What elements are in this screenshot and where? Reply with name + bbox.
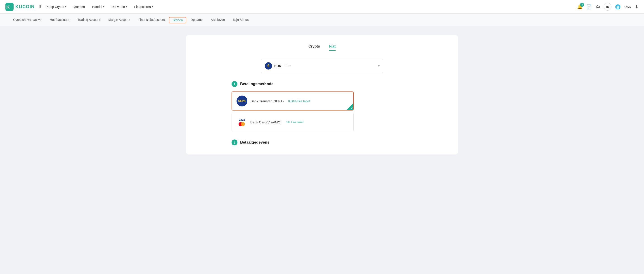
card-fee: 3% Fee tarief: [286, 120, 303, 124]
sub-navigation: Overzicht van activa Hoofdaccount Tradin…: [0, 14, 644, 26]
financieren-chevron: ▾: [152, 6, 153, 8]
currency-code: EUR: [274, 64, 282, 68]
payment-option-sepa[interactable]: SEPA Bank Transfer (SEPA) 0.00% Fee tari…: [232, 91, 354, 110]
subnav-margin-account[interactable]: Margin Account: [104, 14, 134, 26]
download-icon[interactable]: ⬇: [635, 4, 638, 10]
nav-markten[interactable]: Markten: [70, 0, 89, 14]
user-avatar[interactable]: IN: [604, 3, 612, 11]
main-content: Crypto Fiat € EUR Euro ▾ 1 Betalingsmeth…: [0, 26, 644, 164]
mc-orange-circle: [241, 122, 245, 126]
step1-badge: 1: [232, 81, 238, 87]
derivaten-chevron: ▾: [126, 6, 127, 8]
section1-title-row: 1 Betalingsmethode: [195, 81, 449, 87]
logo-text: KUCOIN: [16, 4, 34, 9]
handel-chevron: ▾: [103, 6, 104, 8]
nav-handel[interactable]: Handel ▾: [88, 0, 108, 14]
subnav-mijn-bonus[interactable]: Mijn Bonus: [229, 14, 252, 26]
visa-mc-logo: VISA: [236, 117, 247, 127]
subnav-storten[interactable]: Storten: [169, 17, 186, 23]
subnav-hoofdaccount[interactable]: Hoofdaccount: [46, 14, 73, 26]
selected-checkmark: [346, 103, 353, 110]
currency-name: Euro: [285, 64, 292, 68]
nav-koop-crypto[interactable]: Koop Crypto ▾: [43, 0, 70, 14]
card-label: Bank Card(Visa/MC): [250, 120, 281, 124]
section1-title: Betalingsmethode: [240, 82, 274, 86]
subnav-opname[interactable]: Opname: [186, 14, 207, 26]
tab-row: Crypto Fiat: [195, 44, 449, 51]
notification-badge: 2: [580, 3, 584, 7]
sepa-fee: 0.00% Fee tarief: [288, 99, 310, 103]
koop-crypto-chevron: ▾: [65, 6, 66, 8]
select-chevron-icon: ▾: [378, 64, 380, 68]
nav-financieren[interactable]: Financieren ▾: [131, 0, 156, 14]
notifications-bell[interactable]: 🔔 2: [577, 4, 583, 10]
currency-label[interactable]: USD: [624, 5, 631, 9]
grid-icon[interactable]: ⠿: [38, 4, 41, 9]
subnav-overzicht[interactable]: Overzicht van activa: [9, 14, 46, 26]
subnav-trading-account[interactable]: Trading Account: [73, 14, 104, 26]
step2-badge: 2: [232, 140, 238, 145]
currency-select-wrapper: € EUR Euro ▾: [195, 59, 449, 73]
sepa-label: Bank Transfer (SEPA): [250, 99, 284, 103]
mastercard-circles: [238, 122, 245, 126]
subnav-archieven[interactable]: Archieven: [207, 14, 229, 26]
logo[interactable]: K KUCOIN: [6, 3, 34, 11]
section2-title-row: 2 Betaalgegevens: [195, 140, 449, 145]
subnav-financiele-account[interactable]: Financiële Account: [134, 14, 169, 26]
tab-crypto[interactable]: Crypto: [308, 44, 320, 51]
section2-title: Betaalgegevens: [240, 140, 269, 145]
globe-icon[interactable]: 🌐: [615, 4, 621, 10]
payment-option-card[interactable]: VISA Bank Card(Visa/MC) 3% Fee tarief: [232, 113, 354, 131]
eur-icon: €: [265, 62, 272, 70]
sepa-logo: SEPA: [236, 96, 248, 106]
tab-fiat[interactable]: Fiat: [329, 44, 336, 51]
payment-methods-list: SEPA Bank Transfer (SEPA) 0.00% Fee tari…: [195, 91, 449, 131]
top-navigation: K KUCOIN ⠿ Koop Crypto ▾ Markten Handel …: [0, 0, 644, 14]
topnav-right: 🔔 2 📄 🗂 IN 🌐 USD ⬇: [577, 3, 638, 11]
nav-links: Koop Crypto ▾ Markten Handel ▾ Derivaten…: [43, 0, 577, 14]
visa-text: VISA: [238, 118, 245, 122]
wallet-icon[interactable]: 🗂: [596, 4, 600, 9]
nav-derivaten[interactable]: Derivaten ▾: [108, 0, 131, 14]
svg-text:K: K: [6, 5, 10, 10]
content-card: Crypto Fiat € EUR Euro ▾ 1 Betalingsmeth…: [186, 35, 458, 155]
currency-select-box[interactable]: € EUR Euro ▾: [261, 59, 383, 73]
document-icon[interactable]: 📄: [586, 4, 592, 10]
